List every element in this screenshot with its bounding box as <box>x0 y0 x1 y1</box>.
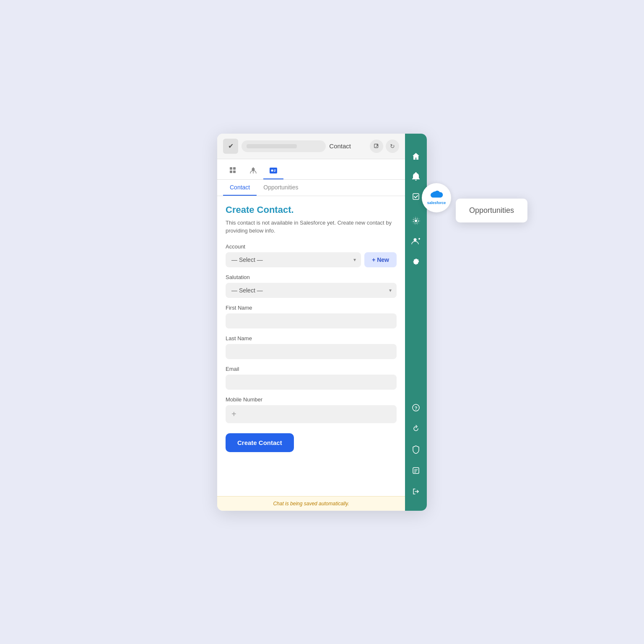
sidebar-help-icon[interactable]: ? <box>407 398 425 417</box>
grid-tab-icon[interactable] <box>223 163 243 179</box>
form-area: Create Contact. This contact is not avai… <box>217 196 405 496</box>
email-input[interactable] <box>226 375 397 390</box>
last-name-label: Last Name <box>226 335 397 341</box>
first-name-label: First Name <box>226 305 397 311</box>
svg-rect-20 <box>413 468 419 473</box>
open-button[interactable] <box>370 140 383 153</box>
mobile-plus-icon: + <box>231 409 236 419</box>
create-contact-button[interactable]: Create Contact <box>226 433 294 452</box>
sidebar-gear-icon[interactable] <box>407 252 425 270</box>
form-description: This contact is not available in Salesfo… <box>226 219 397 235</box>
sidebar-shield-icon[interactable] <box>407 440 425 459</box>
url-bar <box>242 140 326 152</box>
bottom-bar: Chat is being saved automatically. <box>217 496 405 511</box>
sidebar-add-user-icon[interactable] <box>407 232 425 250</box>
sf-label: salesforce <box>427 201 446 205</box>
email-label: Email <box>226 366 397 372</box>
app-logo: ✔ <box>223 139 238 154</box>
svg-point-15 <box>414 238 417 241</box>
mobile-group: Mobile Number + <box>226 396 397 423</box>
tab-icons-row <box>217 159 405 180</box>
svg-rect-9 <box>274 170 276 171</box>
svg-rect-11 <box>413 194 419 199</box>
new-account-button[interactable]: + New <box>364 252 397 267</box>
sidebar-home-icon[interactable] <box>407 147 425 166</box>
svg-point-12 <box>415 220 417 222</box>
tab-contact[interactable]: Contact <box>223 180 257 196</box>
form-title: Create Contact. <box>226 204 397 215</box>
page-title: Contact <box>329 142 366 150</box>
auto-save-text: Chat is being saved automatically. <box>273 501 349 507</box>
main-card: ✔ Contact ↻ <box>217 134 427 511</box>
tab-opportunities[interactable]: Opportunities <box>257 180 305 196</box>
svg-rect-7 <box>270 168 277 173</box>
salutation-group: Salutation — Select — ▾ <box>226 274 397 298</box>
opportunities-tooltip: Opportunities <box>456 199 527 222</box>
salutation-select-wrap: — Select — ▾ <box>226 283 397 298</box>
svg-rect-3 <box>230 171 232 173</box>
account-group: Account — Select — ▾ + New <box>226 243 397 267</box>
account-select-wrap: — Select — ▾ <box>226 252 361 267</box>
main-content: ✔ Contact ↻ <box>217 134 405 511</box>
contact-card-tab-icon[interactable] <box>263 163 283 179</box>
mobile-input-wrap[interactable]: + <box>226 405 397 423</box>
salutation-select[interactable]: — Select — <box>226 283 397 298</box>
top-bar-actions: ↻ <box>370 140 399 153</box>
content-tabs: Contact Opportunities <box>217 180 405 196</box>
sidebar-exit-icon[interactable] <box>407 482 425 501</box>
first-name-group: First Name <box>226 305 397 328</box>
account-select[interactable]: — Select — <box>226 252 361 267</box>
sidebar-refresh-icon[interactable] <box>407 419 425 438</box>
last-name-input[interactable] <box>226 344 397 359</box>
svg-rect-10 <box>274 171 275 172</box>
checkmark-icon: ✔ <box>228 142 234 150</box>
person-tab-icon[interactable] <box>243 163 263 179</box>
sidebar-bell-icon[interactable] <box>407 167 425 186</box>
svg-rect-4 <box>233 171 236 173</box>
svg-point-8 <box>271 169 273 171</box>
top-bar: ✔ Contact ↻ <box>217 134 405 159</box>
account-label: Account <box>226 243 397 250</box>
svg-rect-1 <box>230 167 232 170</box>
refresh-button[interactable]: ↻ <box>386 140 399 153</box>
sidebar: salesforce <box>405 134 427 511</box>
svg-rect-2 <box>233 167 236 170</box>
first-name-input[interactable] <box>226 313 397 328</box>
salesforce-bubble: salesforce <box>422 183 451 212</box>
sidebar-contact-icon[interactable] <box>407 461 425 480</box>
salutation-label: Salutation <box>226 274 397 280</box>
sidebar-radio-icon[interactable] <box>407 212 425 230</box>
mobile-label: Mobile Number <box>226 396 397 403</box>
email-group: Email <box>226 366 397 390</box>
account-input-row: — Select — ▾ + New <box>226 252 397 267</box>
svg-text:?: ? <box>415 406 418 411</box>
sidebar-bottom: ? <box>407 398 425 505</box>
tooltip-text: Opportunities <box>469 206 514 215</box>
last-name-group: Last Name <box>226 335 397 359</box>
